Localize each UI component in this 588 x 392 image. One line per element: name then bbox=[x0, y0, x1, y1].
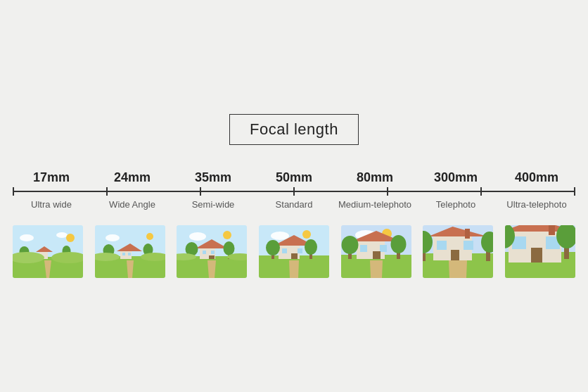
svg-marker-63 bbox=[370, 260, 383, 278]
tick-7 bbox=[574, 187, 575, 196]
svg-point-3 bbox=[66, 234, 75, 242]
mm-label-50: 50mm bbox=[255, 170, 333, 185]
tick-5 bbox=[387, 187, 388, 196]
svg-rect-37 bbox=[211, 251, 215, 254]
svg-rect-53 bbox=[298, 248, 302, 253]
tick-1 bbox=[13, 187, 14, 196]
svg-marker-49 bbox=[289, 260, 299, 278]
tick-3 bbox=[200, 187, 201, 196]
svg-point-72 bbox=[390, 235, 406, 253]
images-row bbox=[13, 225, 575, 278]
svg-point-1 bbox=[20, 234, 34, 241]
svg-point-2 bbox=[56, 232, 68, 238]
type-telephoto: Telephoto bbox=[417, 199, 494, 210]
mm-label-17: 17mm bbox=[13, 170, 90, 185]
mm-label-24: 24mm bbox=[94, 170, 171, 185]
mm-label-80: 80mm bbox=[336, 170, 414, 185]
scene-ultra-telephoto bbox=[505, 225, 575, 278]
svg-point-70 bbox=[341, 236, 358, 254]
timeline-line bbox=[13, 191, 575, 192]
svg-rect-68 bbox=[373, 251, 381, 259]
mm-label-35: 35mm bbox=[174, 170, 252, 185]
type-labels-row: Ultra wide Wide Angle Semi-wide Standard… bbox=[13, 199, 575, 210]
timeline-section: 17mm 24mm 35mm 50mm 80mm 300mm 400mm Ult… bbox=[13, 170, 575, 225]
type-wide-angle: Wide Angle bbox=[94, 199, 171, 210]
svg-rect-93 bbox=[531, 248, 542, 263]
svg-point-16 bbox=[146, 233, 153, 240]
type-medium-telephoto: Medium-telephoto bbox=[336, 199, 414, 210]
svg-point-30 bbox=[189, 232, 206, 241]
scene-wide-angle bbox=[95, 225, 165, 278]
svg-rect-38 bbox=[209, 255, 215, 259]
mm-label-400: 400mm bbox=[498, 170, 575, 185]
mm-label-300: 300mm bbox=[417, 170, 494, 185]
svg-point-42 bbox=[224, 241, 235, 255]
mm-labels-row: 17mm 24mm 35mm 50mm 80mm 300mm 400mm bbox=[13, 170, 575, 185]
svg-point-31 bbox=[223, 231, 231, 239]
type-ultra-wide: Ultra wide bbox=[13, 199, 90, 210]
svg-rect-66 bbox=[360, 245, 367, 252]
svg-rect-21 bbox=[122, 253, 125, 255]
svg-point-56 bbox=[266, 240, 280, 255]
svg-point-15 bbox=[106, 234, 120, 241]
type-standard: Standard bbox=[255, 199, 333, 210]
svg-rect-22 bbox=[128, 253, 131, 255]
scene-ultra-wide bbox=[13, 225, 83, 278]
svg-rect-81 bbox=[451, 250, 459, 260]
svg-rect-54 bbox=[291, 253, 298, 259]
type-ultra-telephoto: Ultra-telephoto bbox=[498, 199, 575, 210]
svg-marker-75 bbox=[449, 260, 467, 278]
svg-rect-79 bbox=[437, 241, 447, 250]
svg-point-58 bbox=[305, 239, 317, 255]
scene-medium-telephoto bbox=[341, 225, 411, 278]
scene-standard bbox=[259, 225, 329, 278]
scene-semi-wide bbox=[177, 225, 247, 278]
svg-rect-52 bbox=[282, 248, 287, 253]
svg-rect-80 bbox=[464, 241, 473, 250]
svg-marker-33 bbox=[207, 260, 216, 278]
tick-6 bbox=[480, 187, 482, 196]
svg-rect-67 bbox=[380, 245, 387, 252]
svg-point-47 bbox=[302, 230, 311, 239]
focal-length-title: Focal length bbox=[229, 114, 359, 145]
tick-2 bbox=[106, 187, 108, 196]
main-container: Focal length 17mm 24mm 35mm 50mm 80mm 30… bbox=[13, 114, 575, 278]
scene-telephoto bbox=[423, 225, 493, 278]
svg-rect-78 bbox=[465, 229, 470, 239]
type-semi-wide: Semi-wide bbox=[174, 199, 252, 210]
tick-4 bbox=[293, 187, 295, 196]
svg-point-46 bbox=[271, 232, 289, 240]
svg-rect-36 bbox=[203, 251, 206, 254]
svg-rect-90 bbox=[549, 225, 555, 235]
